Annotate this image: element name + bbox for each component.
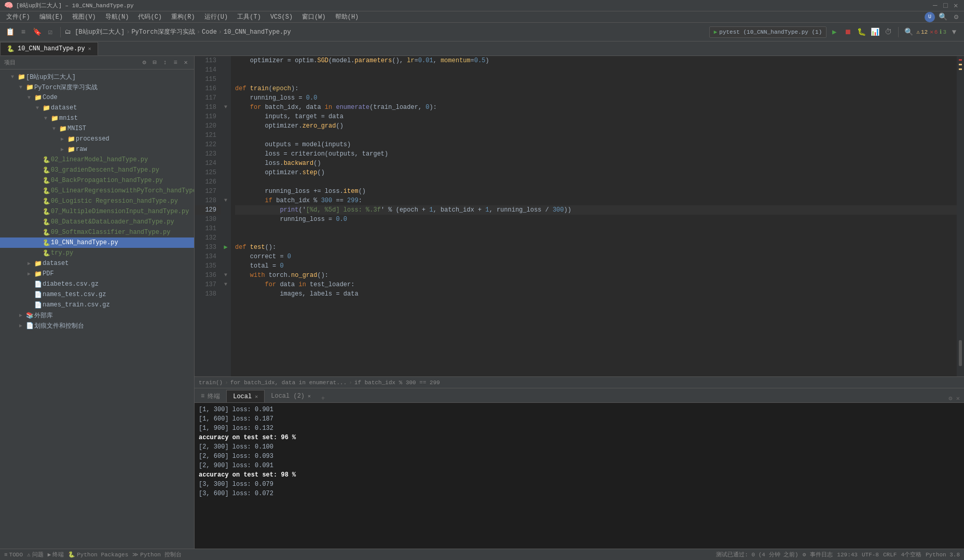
tree-pdf[interactable]: ▶ 📁 PDF [0, 269, 194, 279]
status-python-console[interactable]: ≫ Python 控制台 [132, 551, 181, 558]
local2-close-btn[interactable]: ✕ [308, 393, 311, 399]
sidebar-sort-icon[interactable]: ↕ [161, 59, 169, 67]
tab-terminal[interactable]: ≡ 终端 [195, 390, 226, 402]
scrollbar-thumb[interactable] [959, 340, 962, 366]
status-encoding[interactable]: UTF-8 [862, 552, 879, 558]
sidebar-layout-icon[interactable]: ⊟ [150, 59, 159, 67]
coverage-btn[interactable]: 📊 [869, 26, 880, 38]
status-indent[interactable]: 4个空格 [901, 551, 921, 558]
tree-file-dataset[interactable]: ▶ 🐍 08_Dataset&DataLoader_handType.py [0, 217, 194, 227]
tree-mnist[interactable]: ▼ 📁 mnist [0, 113, 194, 123]
tree-dataset[interactable]: ▼ 📁 dataset [0, 103, 194, 113]
fold-128[interactable]: ▼ [221, 196, 231, 205]
todo-btn[interactable]: ☑ [45, 26, 56, 38]
tree-code[interactable]: ▼ 📁 Code [0, 92, 194, 103]
menu-code[interactable]: 代码(C) [134, 11, 166, 22]
fold-118[interactable]: ▼ [221, 103, 231, 112]
minimize-btn[interactable]: ─ [933, 3, 939, 9]
menu-window[interactable]: 窗口(W) [298, 11, 330, 22]
editor-content[interactable]: 113 114 115 116 117 118 119 120 121 122 … [195, 56, 964, 376]
tree-file-gradient[interactable]: ▶ 🐍 03_gradienDescent_handType.py [0, 165, 194, 175]
settings-btn[interactable]: ⚙ [951, 11, 962, 23]
tree-file-multidim[interactable]: ▶ 🐍 07_MultipleDimensionInput_handType.p… [0, 206, 194, 217]
status-terminal-btn[interactable]: ▶ 终端 [48, 551, 64, 558]
tree-dataset2[interactable]: ▶ 📁 dataset [0, 258, 194, 269]
tree-file-softmax[interactable]: ▶ 🐍 09_SoftmaxClassifier_handType.py [0, 227, 194, 237]
debug-btn[interactable]: 🐛 [856, 26, 867, 38]
editor-scrollbar[interactable] [957, 56, 964, 376]
tree-external-libs[interactable]: ▶ 📚 外部库 [0, 310, 194, 320]
status-line-ending[interactable]: CRLF [883, 552, 897, 558]
menu-tools[interactable]: 工具(T) [233, 11, 265, 22]
menu-vcs[interactable]: VCS(S) [266, 12, 297, 22]
status-python-packages[interactable]: 🐍 Python Packages [68, 551, 128, 558]
menu-file[interactable]: 文件(F) [2, 11, 34, 22]
sidebar-close-icon[interactable]: ✕ [182, 59, 190, 67]
tree-file-logistic[interactable]: ▶ 🐍 06_Logistic Regression_handType.py [0, 196, 194, 206]
tab-local2[interactable]: Local (2) ✕ [265, 390, 317, 402]
sidebar-settings-icon[interactable]: ≡ [171, 59, 180, 67]
status-todo[interactable]: ≡ TODO [4, 552, 23, 558]
tree-pytorch[interactable]: ▼ 📁 PyTorch深度学习实战 [0, 82, 194, 92]
terminal-settings-icon[interactable]: ⚙ ✕ [944, 395, 964, 402]
structure-btn[interactable]: ≡ [18, 26, 29, 38]
project-view-btn[interactable]: 📋 [4, 26, 16, 38]
tree-names-test[interactable]: ▶ 📄 names_test.csv.gz [0, 289, 194, 300]
tree-file-try[interactable]: ▶ 🐍 try.py [0, 248, 194, 258]
menu-refactor[interactable]: 重构(R) [167, 11, 199, 22]
menu-navigate[interactable]: 导航(N) [101, 11, 133, 22]
status-event-log[interactable]: 事件日志 [810, 551, 833, 558]
search-btn[interactable]: 🔍 [903, 26, 914, 38]
tab-local[interactable]: Local ✕ [226, 390, 265, 402]
breadcrumb-pytorch[interactable]: PyTorch深度学习实战 [131, 27, 195, 36]
terminal-add-btn[interactable]: + [317, 395, 329, 402]
breadcrumb-train[interactable]: train() [199, 380, 223, 386]
breadcrumb-code[interactable]: Code [202, 29, 217, 36]
code-gutter: ▼ ▼ ▶ ▼ ▼ [221, 56, 231, 376]
bookmarks-btn[interactable]: 🔖 [31, 26, 43, 38]
menu-run[interactable]: 运行(U) [200, 11, 232, 22]
status-position[interactable]: 129:43 [837, 552, 858, 558]
tree-processed[interactable]: ▶ 📁 processed [0, 134, 194, 144]
tree-mnist-caps[interactable]: ▼ 📁 MNIST [0, 123, 194, 134]
profile-btn[interactable]: ⏱ [883, 26, 894, 38]
menu-view[interactable]: 视图(V) [68, 11, 100, 22]
tree-diabetes[interactable]: ▶ 📄 diabetes.csv.gz [0, 279, 194, 289]
breadcrumb-if[interactable]: if batch_idx % 300 == 299 [354, 380, 440, 386]
stop-btn[interactable]: ⏹ [842, 26, 853, 38]
fold-137[interactable]: ▼ [221, 280, 231, 289]
maximize-btn[interactable]: □ [943, 3, 949, 9]
run-config[interactable]: ▶ pytest (10_CNN_handType.py (1) [709, 26, 827, 38]
tree-file-backprop[interactable]: ▶ 🐍 04_BackPropagation_handType.py [0, 175, 194, 186]
user-avatar[interactable]: U [925, 12, 935, 22]
tree-file-cnn[interactable]: ▶ 🐍 10_CNN_handType.py [0, 237, 194, 248]
menu-edit[interactable]: 编辑(E) [35, 11, 67, 22]
tree-file-linear[interactable]: ▶ 🐍 02_linearModel_handType.py [0, 155, 194, 165]
status-python-version[interactable]: Python 3.8 [926, 552, 960, 558]
breadcrumb-for[interactable]: for batch_idx, data in enumerat... [230, 380, 347, 386]
terminal-output[interactable]: [1, 300] loss: 0.901 [1, 600] loss: 0.18… [195, 403, 964, 549]
close-btn[interactable]: ✕ [954, 3, 960, 9]
tree-scratch[interactable]: ▶ 📄 划痕文件和控制台 [0, 320, 194, 331]
tree-names-train[interactable]: ▶ 📄 names_train.csv.gz [0, 300, 194, 310]
status-problems[interactable]: ⚠ 问题 [27, 551, 44, 558]
breadcrumb-project[interactable]: 🗂 [B站up刘二大人] [65, 27, 125, 36]
status-gear[interactable]: ⚙ [803, 551, 806, 558]
status-tests[interactable]: 测试已通过: 0 (4 分钟 之前) [716, 551, 798, 558]
breadcrumb-file[interactable]: 10_CNN_handType.py [224, 29, 291, 36]
tree-file-linearreg[interactable]: ▶ 🐍 05_LinearRegressionwithPyTorch_handT… [0, 186, 194, 196]
search-everywhere-btn[interactable]: 🔍 [937, 11, 948, 23]
tree-root[interactable]: ▼ 📁 [B站up刘二大人] [0, 72, 194, 82]
menu-help[interactable]: 帮助(H) [331, 11, 363, 22]
ln-118: 118 [195, 103, 221, 112]
tab-cnn-handtype[interactable]: 🐍 10_CNN_handType.py ✕ [0, 42, 98, 55]
local-close-btn[interactable]: ✕ [255, 394, 258, 400]
expand-btn[interactable]: ▼ [948, 26, 960, 38]
fold-136[interactable]: ▼ [221, 271, 231, 280]
run-btn[interactable]: ▶ [829, 26, 840, 38]
code-editor[interactable]: optimizer = optim.SGD(model.parameters()… [231, 56, 957, 376]
tree-raw[interactable]: ▶ 📁 raw [0, 144, 194, 155]
tab-close-btn[interactable]: ✕ [88, 46, 91, 52]
csv-icon: 📄 [33, 281, 43, 288]
sidebar-gear-icon[interactable]: ⚙ [140, 59, 148, 67]
